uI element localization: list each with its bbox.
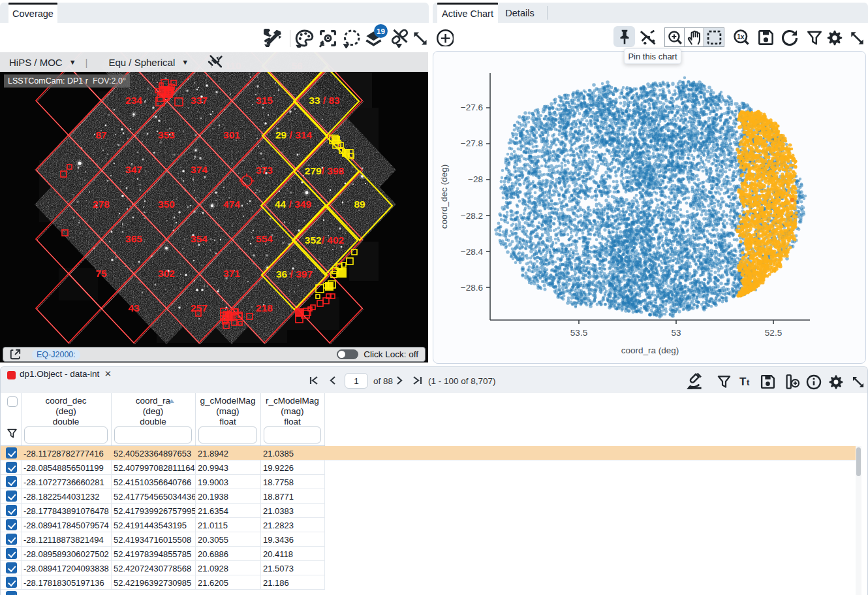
svg-text:234: 234 xyxy=(125,95,142,106)
svg-text:75: 75 xyxy=(95,268,107,279)
svg-text:36 / 397: 36 / 397 xyxy=(276,268,313,280)
svg-text:1x: 1x xyxy=(737,33,745,40)
svg-text:T: T xyxy=(739,376,747,388)
svg-text:353: 353 xyxy=(158,129,175,140)
svg-text:347: 347 xyxy=(125,164,142,175)
svg-text:−28.2: −28.2 xyxy=(461,211,483,221)
svg-text:371: 371 xyxy=(223,268,240,279)
svg-text:coord_ra (deg): coord_ra (deg) xyxy=(621,346,679,355)
svg-text:278: 278 xyxy=(93,199,110,210)
svg-text:−28.6: −28.6 xyxy=(461,283,483,293)
svg-text:coord_dec (deg): coord_dec (deg) xyxy=(439,165,449,229)
svg-text:218: 218 xyxy=(256,302,273,314)
svg-text:87: 87 xyxy=(95,129,106,140)
svg-text:373: 373 xyxy=(256,165,273,176)
svg-text:53.5: 53.5 xyxy=(570,328,587,338)
svg-text:t: t xyxy=(747,378,750,387)
svg-text:474: 474 xyxy=(223,199,240,210)
svg-text:89: 89 xyxy=(354,199,365,210)
svg-text:33 / 83: 33 / 83 xyxy=(309,95,340,106)
svg-text:352/ 402: 352/ 402 xyxy=(305,234,344,246)
svg-text:350: 350 xyxy=(158,199,175,210)
svg-text:257: 257 xyxy=(191,302,208,314)
svg-text:−28: −28 xyxy=(468,174,483,184)
svg-text:52.5: 52.5 xyxy=(765,328,782,338)
svg-text:365: 365 xyxy=(125,233,142,244)
svg-text:301: 301 xyxy=(223,129,240,140)
svg-text:−27.8: −27.8 xyxy=(461,138,483,148)
svg-text:53: 53 xyxy=(671,328,681,338)
svg-text:−28.4: −28.4 xyxy=(461,247,484,257)
svg-text:43: 43 xyxy=(128,302,140,314)
svg-text:−27.6: −27.6 xyxy=(461,103,483,112)
svg-text:44 / 349: 44 / 349 xyxy=(275,199,311,210)
svg-text:354: 354 xyxy=(191,233,208,244)
svg-text:337: 337 xyxy=(191,95,208,106)
svg-text:554: 554 xyxy=(256,233,273,244)
svg-text:29 / 314: 29 / 314 xyxy=(275,129,312,140)
svg-text:374: 374 xyxy=(191,164,208,175)
svg-text:315: 315 xyxy=(256,95,273,106)
svg-text:279/ 398: 279/ 398 xyxy=(305,165,345,176)
svg-text:302: 302 xyxy=(158,268,175,279)
